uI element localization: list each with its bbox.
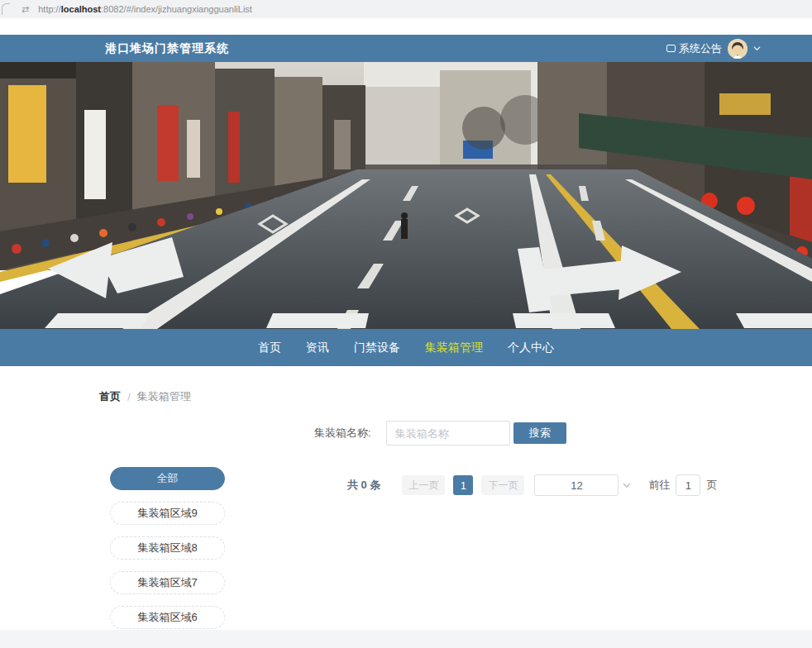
url-path: :8082/#/index/jizhuangxiangguanliList xyxy=(101,4,252,14)
goto-label: 前往 xyxy=(648,478,670,493)
container-name-input[interactable] xyxy=(386,421,510,446)
select-chevron-icon xyxy=(623,483,631,488)
announcement-bubble-icon xyxy=(666,45,676,52)
nav-item-news[interactable]: 资讯 xyxy=(306,341,329,355)
category-area-9[interactable]: 集装箱区域9 xyxy=(110,502,225,525)
breadcrumb: 首页 / 集装箱管理 xyxy=(99,389,191,404)
page-size-value: 12 xyxy=(571,479,582,492)
browser-tab-icon xyxy=(2,3,10,15)
goto-page-group: 前往 页 xyxy=(648,474,717,496)
category-area-6[interactable]: 集装箱区域6 xyxy=(110,606,225,629)
nav-item-home[interactable]: 首页 xyxy=(258,341,281,355)
breadcrumb-home[interactable]: 首页 xyxy=(99,389,121,404)
goto-page-input[interactable] xyxy=(676,474,700,496)
avatar-image xyxy=(728,39,748,59)
nav-item-container-management[interactable]: 集装箱管理 xyxy=(425,341,483,355)
prev-page-button[interactable]: 上一页 xyxy=(402,475,445,495)
nav-item-personal-center[interactable]: 个人中心 xyxy=(508,341,554,355)
nav-item-access-devices[interactable]: 门禁设备 xyxy=(354,341,400,355)
url-text[interactable]: http://localhost:8082/#/index/jizhuangxi… xyxy=(38,4,252,14)
main-nav: 首页 资讯 门禁设备 集装箱管理 个人中心 xyxy=(0,329,812,366)
url-host: localhost xyxy=(61,4,101,14)
category-all[interactable]: 全部 xyxy=(110,467,225,490)
search-button[interactable]: 搜索 xyxy=(513,422,566,444)
pagination-total: 共 0 条 xyxy=(347,478,380,493)
breadcrumb-current: 集装箱管理 xyxy=(137,389,191,404)
page-unit-label: 页 xyxy=(706,478,717,493)
pagination: 共 0 条 上一页 1 下一页 12 前往 页 xyxy=(347,474,717,496)
next-page-button[interactable]: 下一页 xyxy=(481,475,524,495)
category-area-8[interactable]: 集装箱区域8 xyxy=(110,536,225,560)
page-number-1[interactable]: 1 xyxy=(453,475,473,495)
browser-url-bar: ⇄ http://localhost:8082/#/index/jizhuang… xyxy=(0,0,812,18)
header-right-cluster: 系统公告 xyxy=(666,35,761,62)
category-sidebar: 全部 集装箱区域9 集装箱区域8 集装箱区域7 集装箱区域6 xyxy=(110,467,225,641)
user-avatar[interactable] xyxy=(728,39,748,59)
system-announcement-link[interactable]: 系统公告 xyxy=(666,41,722,56)
search-label: 集装箱名称: xyxy=(314,426,371,441)
page-size-select[interactable]: 12 xyxy=(534,474,619,496)
app-title: 港口堆场门禁管理系统 xyxy=(105,41,229,56)
tab-switcher-icon: ⇄ xyxy=(21,4,28,15)
search-row: 集装箱名称: 搜索 xyxy=(314,421,566,446)
chevron-down-icon[interactable] xyxy=(753,45,761,52)
url-protocol: http:// xyxy=(38,4,61,14)
breadcrumb-separator: / xyxy=(127,391,131,403)
hero-image xyxy=(0,62,812,329)
hero-street-scene xyxy=(0,62,812,329)
footer-strip xyxy=(0,630,812,648)
announcement-label: 系统公告 xyxy=(679,41,722,56)
category-area-7[interactable]: 集装箱区域7 xyxy=(110,571,225,594)
app-header: 港口堆场门禁管理系统 系统公告 xyxy=(0,35,812,62)
